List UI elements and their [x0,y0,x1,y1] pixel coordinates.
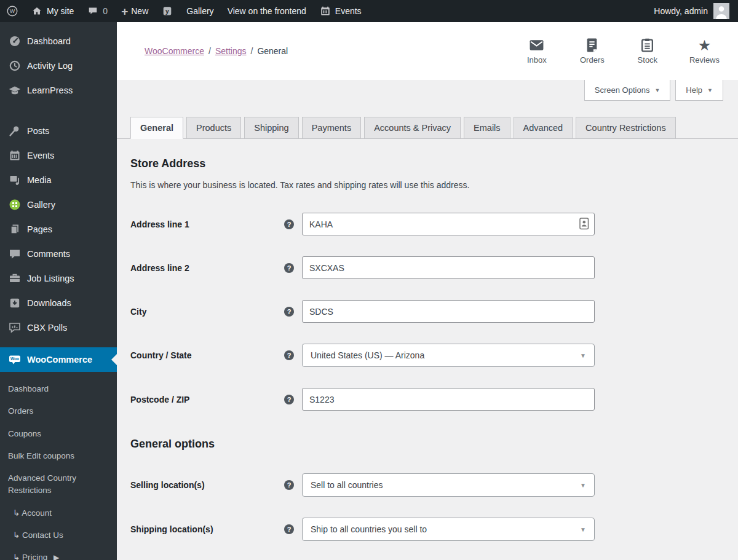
graduation-cap-icon [9,84,21,97]
account-menu[interactable]: Howdy, admin [647,0,738,22]
tab-country-restrictions[interactable]: Country Restrictions [576,117,676,139]
woocommerce-icon: Woo [9,353,21,366]
help-icon[interactable]: ? [284,307,294,317]
submenu-item-contact-us[interactable]: ↳ Contact Us [0,524,117,546]
my-site-menu[interactable]: My site [25,0,81,22]
chevron-down-icon: ▼ [707,87,713,93]
my-site-label: My site [47,6,74,16]
submenu-item-dashboard[interactable]: Dashboard [0,378,117,400]
comments-menu[interactable]: 0 [81,0,114,22]
country-state-select[interactable]: United States (US) — Arizona ▼ [302,344,595,367]
sidebar-item-activity-log[interactable]: Activity Log [0,53,117,78]
breadcrumb-link-woocommerce[interactable]: WooCommerce [145,46,204,56]
view-frontend-menu[interactable]: View on the frontend [221,0,313,22]
gallery-label: Gallery [186,6,213,16]
general-options-section: General options Selling location(s) ? Se… [117,438,738,541]
help-icon[interactable]: ? [284,524,294,534]
breadcrumb-link-settings[interactable]: Settings [215,46,247,56]
calendar-icon [9,149,21,162]
activity-reviews-button[interactable]: ★ Reviews [689,37,720,65]
tab-accounts-privacy[interactable]: Accounts & Privacy [364,117,461,139]
sidebar-item-posts[interactable]: Posts [0,119,117,143]
tab-advanced[interactable]: Advanced [514,117,573,139]
submenu-item-bulk-edit-coupons[interactable]: Bulk Edit coupons [0,445,117,467]
woocommerce-header: WooCommerce / Settings / General Inbox [117,22,738,80]
help-icon[interactable]: ? [284,350,294,360]
sidebar-item-events[interactable]: Events [0,143,117,168]
help-icon[interactable]: ? [284,395,294,404]
help-icon[interactable]: ? [284,480,294,490]
activity-stock-button[interactable]: Stock [634,37,661,65]
field-label: City [130,307,284,317]
address-line-1-input[interactable] [302,213,595,235]
polls-icon [9,321,21,334]
sidebar-item-label: Job Listings [27,274,74,283]
selling-location-select[interactable]: Sell to all countries ▼ [302,473,595,497]
clock-icon [9,60,21,72]
sidebar-item-label: Media [27,175,52,185]
country-state-row: Country / State ? United States (US) — A… [130,344,738,367]
sidebar-item-woocommerce[interactable]: Woo WooCommerce [0,347,117,372]
sidebar-item-gallery[interactable]: Gallery [0,192,117,217]
tab-shipping[interactable]: Shipping [244,117,298,139]
sidebar-item-learnpress[interactable]: LearnPress [0,78,117,103]
events-menu[interactable]: Events [313,0,368,22]
new-menu[interactable]: + New [114,0,155,22]
submenu-item-advanced-country-restrictions[interactable]: Advanced Country Restrictions [0,467,117,502]
postcode-input[interactable] [302,388,595,411]
field-label: Address line 1 [130,219,284,229]
submenu-item-orders[interactable]: Orders [0,400,117,422]
sidebar-item-job-listings[interactable]: Job Listings [0,266,117,291]
chevron-down-icon: ▼ [580,526,586,533]
help-icon[interactable]: ? [284,219,294,229]
gallery-menu[interactable]: Gallery [180,0,220,22]
comment-icon [9,248,21,260]
general-options-heading: General options [130,438,738,451]
tab-payments[interactable]: Payments [302,117,361,139]
sidebar-item-pages[interactable]: Pages [0,217,117,242]
autofill-contact-icon[interactable] [579,218,589,230]
sidebar-item-cbx-polls[interactable]: CBX Polls [0,315,117,340]
wordpress-menu[interactable]: W [0,0,25,22]
sidebar-item-comments[interactable]: Comments [0,242,117,266]
submenu-item-pricing[interactable]: ↳ Pricing ▶ [0,546,117,560]
admin-sidebar: Dashboard Activity Log LearnPress Posts [0,22,117,560]
chevron-down-icon: ▼ [654,87,660,93]
field-label: Postcode / ZIP [130,395,284,404]
help-button[interactable]: Help ▼ [675,80,723,101]
shipping-location-select[interactable]: Ship to all countries you sell to ▼ [302,518,595,541]
view-frontend-label: View on the frontend [228,6,306,16]
sidebar-item-label: Downloads [27,298,71,308]
city-input[interactable] [302,300,595,323]
activity-label: Orders [580,55,605,65]
breadcrumb-separator: / [208,46,211,56]
activity-label: Stock [638,55,658,65]
media-icon [9,174,21,186]
svg-text:Woo: Woo [10,357,19,361]
sidebar-item-dashboard[interactable]: Dashboard [0,29,117,53]
admin-top-bar: W My site 0 + New y Gallery View on the … [0,0,738,22]
sidebar-item-label: Events [27,151,54,160]
address-line-2-input[interactable] [302,256,595,279]
tab-general[interactable]: General [130,117,183,139]
tab-emails[interactable]: Emails [464,117,510,139]
submenu-item-account[interactable]: ↳ Account [0,502,117,524]
tab-products[interactable]: Products [186,117,241,139]
sidebar-item-downloads[interactable]: Downloads [0,291,117,315]
selected-value: Sell to all countries [311,480,383,490]
screen-options-button[interactable]: Screen Options ▼ [584,80,671,101]
yoast-seo-menu[interactable]: y [155,0,180,22]
field-label: Selling location(s) [130,480,284,490]
sidebar-separator [0,103,117,119]
chevron-down-icon: ▼ [580,482,586,489]
activity-orders-button[interactable]: Orders [579,37,606,65]
chevron-down-icon: ▼ [580,352,586,359]
wordpress-logo-icon: W [7,6,18,17]
store-address-section: Store Address This is where your busines… [117,157,738,411]
activity-inbox-button[interactable]: Inbox [523,37,550,65]
selected-value: United States (US) — Arizona [311,350,424,360]
address-line-2-row: Address line 2 ? [130,256,738,279]
help-icon[interactable]: ? [284,263,294,273]
sidebar-item-media[interactable]: Media [0,168,117,192]
submenu-item-coupons[interactable]: Coupons [0,423,117,445]
